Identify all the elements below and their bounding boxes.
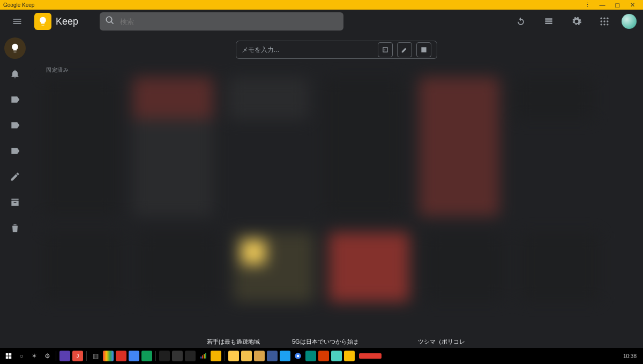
window-title: Google Keep bbox=[3, 2, 34, 8]
list-view-button[interactable] bbox=[538, 11, 559, 32]
search-input[interactable] bbox=[120, 18, 338, 26]
taskbar-app-icon[interactable] bbox=[185, 351, 196, 361]
note-card[interactable] bbox=[329, 232, 409, 302]
svg-point-3 bbox=[601, 20, 602, 22]
svg-rect-13 bbox=[200, 357, 201, 359]
note-card[interactable] bbox=[133, 77, 213, 216]
file-explorer-icon[interactable] bbox=[228, 351, 239, 361]
svg-rect-16 bbox=[205, 353, 206, 359]
svg-rect-9 bbox=[6, 353, 9, 356]
note-card[interactable] bbox=[514, 77, 595, 120]
new-image-note-button[interactable] bbox=[416, 42, 431, 57]
taskbar-app-icon[interactable] bbox=[280, 351, 290, 361]
compose-note[interactable]: メモを入力... bbox=[236, 41, 437, 59]
svg-point-2 bbox=[607, 18, 608, 19]
keep-logo-icon bbox=[34, 13, 51, 30]
main-menu-button[interactable] bbox=[6, 11, 28, 32]
search-icon bbox=[105, 16, 115, 27]
taskbar-app-icon[interactable]: J bbox=[72, 351, 83, 361]
note-card[interactable] bbox=[234, 232, 314, 302]
svg-point-5 bbox=[607, 20, 608, 22]
taskbar-app-icon[interactable] bbox=[159, 351, 170, 361]
nav-label-1[interactable] bbox=[4, 89, 26, 110]
google-apps-button[interactable] bbox=[594, 11, 615, 32]
notes-grid-blurred bbox=[43, 77, 630, 307]
svg-rect-14 bbox=[202, 355, 203, 359]
taskbar-app-icon[interactable] bbox=[267, 351, 278, 361]
settings-button[interactable] bbox=[566, 11, 587, 32]
chrome-icon[interactable] bbox=[293, 351, 303, 361]
nav-notes[interactable] bbox=[4, 37, 26, 59]
nav-archive[interactable] bbox=[4, 192, 26, 213]
new-drawing-button[interactable] bbox=[397, 42, 412, 57]
app-name: Keep bbox=[56, 16, 78, 27]
start-button[interactable] bbox=[3, 351, 14, 361]
note-card[interactable] bbox=[43, 77, 118, 216]
overlay-label: 5Gは日本でいつから始ま bbox=[292, 338, 359, 346]
window-titlebar: Google Keep ⋮ — ▢ ✕ bbox=[0, 0, 643, 10]
overlay-label: 若手は最も過疎地域 bbox=[207, 338, 260, 346]
svg-rect-11 bbox=[6, 357, 9, 359]
taskbar-app-icon[interactable] bbox=[141, 351, 152, 361]
keep-taskbar-icon[interactable] bbox=[344, 351, 355, 361]
search-bar[interactable] bbox=[100, 12, 343, 31]
svg-point-1 bbox=[603, 18, 605, 19]
app-header: Keep bbox=[0, 10, 643, 33]
taskbar-app-icon[interactable] bbox=[59, 351, 70, 361]
svg-rect-15 bbox=[204, 354, 205, 359]
main-content: メモを入力... 固定済み bbox=[30, 33, 643, 348]
taskbar-app-icon[interactable] bbox=[305, 351, 316, 361]
svg-point-18 bbox=[297, 355, 300, 358]
compose-placeholder: メモを入力... bbox=[242, 46, 373, 55]
nav-label-3[interactable] bbox=[4, 140, 26, 162]
overlay-note-titles: 若手は最も過疎地域 5Gは日本でいつから始ま ツシマ（ポリコレ bbox=[30, 338, 643, 346]
svg-point-6 bbox=[601, 24, 602, 25]
brand: Keep bbox=[34, 13, 78, 30]
taskbar-app-icon[interactable] bbox=[211, 351, 221, 361]
window-close-button[interactable]: ✕ bbox=[625, 2, 640, 9]
pinned-section-label: 固定済み bbox=[46, 66, 630, 74]
side-navigation bbox=[0, 33, 30, 348]
taskbar-red-annotation bbox=[359, 353, 382, 359]
note-card[interactable] bbox=[419, 77, 499, 216]
svg-rect-10 bbox=[9, 353, 12, 356]
taskbar-app-icon[interactable]: ▥ bbox=[90, 351, 101, 361]
note-card[interactable] bbox=[228, 77, 309, 120]
window-more-icon[interactable]: ⋮ bbox=[580, 2, 595, 9]
taskbar-clock[interactable]: 10:38 bbox=[620, 353, 640, 359]
office-icon[interactable] bbox=[318, 351, 329, 361]
cortana-icon[interactable]: ○ bbox=[16, 351, 27, 361]
nav-label-2[interactable] bbox=[4, 115, 26, 136]
taskbar-app-icon[interactable] bbox=[103, 351, 114, 361]
taskbar-app-icon[interactable] bbox=[254, 351, 265, 361]
taskbar-app-icon[interactable] bbox=[331, 351, 342, 361]
svg-point-7 bbox=[603, 24, 605, 25]
window-minimize-button[interactable]: — bbox=[595, 2, 610, 8]
nav-reminders[interactable] bbox=[4, 63, 26, 85]
taskbar-app-icon[interactable] bbox=[172, 351, 183, 361]
svg-rect-12 bbox=[9, 357, 12, 359]
taskbar-app-icon[interactable] bbox=[116, 351, 126, 361]
account-avatar[interactable] bbox=[622, 14, 637, 29]
taskbar-app-icon[interactable] bbox=[198, 351, 208, 361]
nav-edit-labels[interactable] bbox=[4, 166, 26, 187]
taskbar-app-icon[interactable] bbox=[129, 351, 139, 361]
windows-taskbar: ○ ✶ ⚙ J ▥ 10:38 bbox=[0, 348, 643, 364]
note-card[interactable] bbox=[424, 232, 505, 302]
note-card[interactable] bbox=[138, 232, 219, 302]
svg-point-0 bbox=[601, 18, 602, 19]
new-list-button[interactable] bbox=[378, 42, 393, 57]
window-maximize-button[interactable]: ▢ bbox=[610, 2, 625, 9]
overlay-label: ツシマ（ポリコレ bbox=[418, 338, 465, 346]
svg-point-4 bbox=[603, 20, 605, 22]
refresh-button[interactable] bbox=[510, 11, 532, 32]
taskbar-app-icon[interactable] bbox=[241, 351, 252, 361]
taskbar-settings-icon[interactable]: ✶ bbox=[29, 351, 40, 361]
note-card[interactable] bbox=[324, 77, 404, 216]
taskbar-gear-icon[interactable]: ⚙ bbox=[42, 351, 53, 361]
svg-point-8 bbox=[607, 24, 608, 25]
note-card[interactable] bbox=[520, 232, 600, 302]
nav-trash[interactable] bbox=[4, 217, 26, 239]
note-card[interactable] bbox=[43, 232, 123, 302]
